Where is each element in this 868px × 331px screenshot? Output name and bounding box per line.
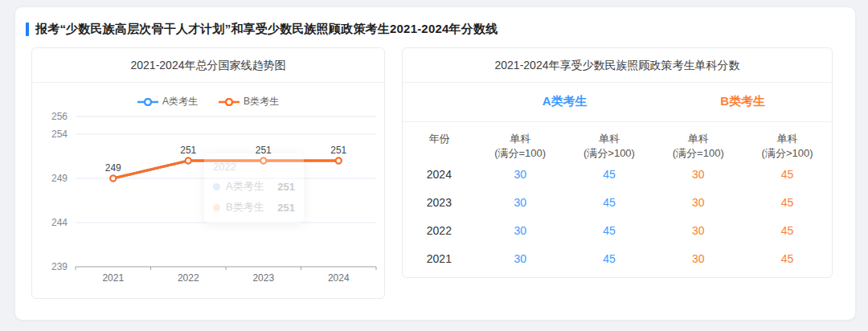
score-cell: 45 xyxy=(565,161,654,189)
score-cell: 30 xyxy=(476,245,565,273)
card-header: 报考“少数民族高层次骨干人才计划”和享受少数民族照顾政策考生2021-2024年… xyxy=(15,7,855,37)
score-cell: 45 xyxy=(743,189,832,217)
chart-body[interactable]: A类考生 B类考生 239244249254256202120222023202… xyxy=(32,83,384,298)
score-cell: 30 xyxy=(476,161,565,189)
svg-text:256: 256 xyxy=(51,111,68,122)
column-header: 单科(满分>100) xyxy=(743,121,832,161)
score-table-body: 2024304530452023304530452022304530452021… xyxy=(403,161,832,273)
legend-item-a[interactable]: A类考生 xyxy=(137,95,198,108)
line-circle-icon xyxy=(137,98,158,106)
year-cell: 2022 xyxy=(403,217,476,245)
svg-text:2021: 2021 xyxy=(102,272,124,284)
svg-text:249: 249 xyxy=(105,162,121,174)
table-row: 202230453045 xyxy=(403,217,832,245)
table-row: 202130453045 xyxy=(403,245,832,273)
score-cell: 45 xyxy=(565,189,654,217)
table-panel-title: 2021-2024年享受少数民族照顾政策考生单科分数 xyxy=(403,48,832,83)
chart-panel-title: 2021-2024年总分国家线趋势图 xyxy=(32,48,384,83)
page-title: 报考“少数民族高层次骨干人才计划”和享受少数民族照顾政策考生2021-2024年… xyxy=(35,22,497,37)
line-circle-icon xyxy=(219,98,240,106)
score-cell: 30 xyxy=(653,161,743,189)
legend-label-a: A类考生 xyxy=(162,95,198,108)
trend-line-chart[interactable]: 2392442492542562021202220232024249251251… xyxy=(32,110,384,290)
score-cell: 30 xyxy=(653,217,743,245)
score-cell: 45 xyxy=(565,217,654,245)
score-cell: 45 xyxy=(743,161,832,189)
score-cell: 30 xyxy=(653,245,743,273)
svg-text:251: 251 xyxy=(180,145,196,156)
legend-item-b[interactable]: B类考生 xyxy=(219,95,279,108)
title-accent-bar xyxy=(26,22,29,36)
column-header-year: 年份 xyxy=(403,121,476,161)
score-cell: 30 xyxy=(476,217,565,245)
score-table-panel: 2021-2024年享受少数民族照顾政策考生单科分数 A类考生 B类考生 年份 xyxy=(402,47,833,278)
svg-text:251: 251 xyxy=(256,145,272,156)
score-table: A类考生 B类考生 年份 单科(满分=100) 单科(满分>100) xyxy=(403,83,832,273)
year-cell: 2021 xyxy=(403,245,476,273)
main-card: 报考“少数民族高层次骨干人才计划”和享受少数民族照顾政策考生2021-2024年… xyxy=(14,6,856,321)
score-cell: 45 xyxy=(743,245,832,273)
legend-label-b: B类考生 xyxy=(244,95,279,108)
group-header-row: A类考生 B类考生 xyxy=(403,83,832,121)
chart-legend: A类考生 B类考生 xyxy=(32,83,384,110)
table-row: 202430453045 xyxy=(403,161,832,189)
group-header-a: A类考生 xyxy=(476,83,654,121)
svg-text:249: 249 xyxy=(51,173,68,184)
group-header-b: B类考生 xyxy=(653,83,832,121)
score-cell: 30 xyxy=(476,189,565,217)
svg-text:2023: 2023 xyxy=(252,272,274,284)
column-header: 单科(满分=100) xyxy=(653,121,743,161)
content-area: 2021-2024年总分国家线趋势图 A类考生 B类考生 23924424925… xyxy=(31,47,833,299)
table-row: 202330453045 xyxy=(403,189,832,217)
svg-text:2024: 2024 xyxy=(328,272,350,284)
group-header-spacer xyxy=(403,83,476,121)
year-cell: 2024 xyxy=(403,161,476,189)
score-cell: 45 xyxy=(565,245,654,273)
svg-text:2022: 2022 xyxy=(178,272,199,284)
svg-text:254: 254 xyxy=(51,129,68,140)
svg-text:251: 251 xyxy=(330,145,346,156)
svg-text:244: 244 xyxy=(51,217,68,228)
column-header: 单科(满分=100) xyxy=(476,121,565,161)
column-header-row: 年份 单科(满分=100) 单科(满分>100) 单科(满分=100) 单科(满 xyxy=(403,121,832,161)
column-header: 单科(满分>100) xyxy=(565,121,654,161)
trend-chart-panel: 2021-2024年总分国家线趋势图 A类考生 B类考生 23924424925… xyxy=(31,47,385,299)
score-cell: 45 xyxy=(743,217,832,245)
year-cell: 2023 xyxy=(403,189,476,217)
score-cell: 30 xyxy=(653,189,743,217)
svg-text:239: 239 xyxy=(51,261,68,272)
